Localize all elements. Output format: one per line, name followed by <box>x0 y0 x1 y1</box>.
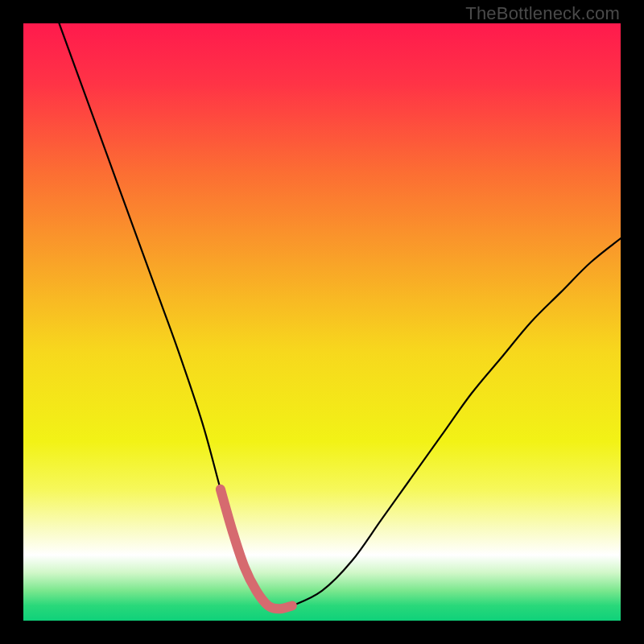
bottleneck-highlight <box>221 489 292 609</box>
watermark-text: TheBottleneck.com <box>465 3 620 24</box>
curve-layer <box>23 23 621 621</box>
plot-area <box>23 23 621 621</box>
bottleneck-curve <box>60 23 621 609</box>
